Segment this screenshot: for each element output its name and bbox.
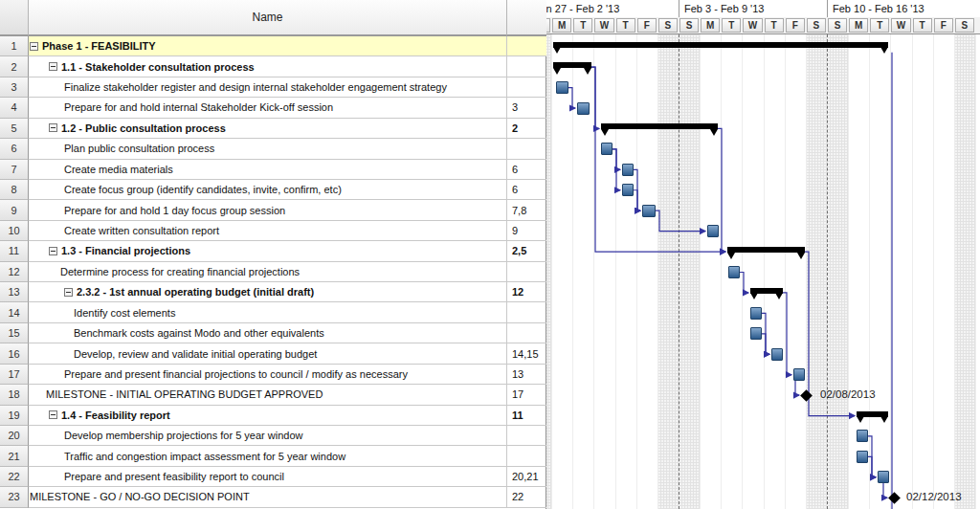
collapse-icon[interactable] [30, 42, 38, 51]
task-bar[interactable] [577, 102, 590, 115]
summary-bar[interactable] [601, 123, 718, 129]
predecessor-cell[interactable] [507, 323, 546, 343]
collapse-icon[interactable] [49, 123, 57, 132]
predecessor-cell[interactable]: 20,21 [507, 467, 546, 487]
row-number[interactable]: 11 [0, 241, 29, 261]
row-number[interactable]: 1 [0, 36, 29, 56]
task-name-cell[interactable]: 1.4 - Feasibility report [29, 406, 507, 426]
row-number[interactable]: 20 [0, 426, 29, 446]
task-name-cell[interactable]: 1.1 - Stakeholder consultation process [29, 56, 507, 77]
table-row[interactable]: 6Plan public consultation process [0, 139, 546, 159]
row-number[interactable]: 12 [0, 262, 29, 282]
task-name-cell[interactable]: Identify cost elements [29, 302, 507, 322]
table-row[interactable]: 4Prepare for and hold internal Stakehold… [0, 98, 546, 118]
task-bar[interactable] [857, 430, 868, 442]
task-bar[interactable] [750, 307, 762, 320]
table-row[interactable]: 15Benchmark costs against Modo and other… [0, 323, 546, 343]
table-row[interactable]: 7Create media materials6 [0, 160, 546, 180]
predecessor-cell[interactable] [507, 446, 546, 466]
table-row[interactable]: 20Develop membership projections for 5 y… [0, 426, 546, 446]
task-name-cell[interactable]: Finalize stakeholder register and design… [29, 77, 507, 98]
table-row[interactable]: 16Develop, review and validate initial o… [0, 343, 546, 364]
predecessor-cell[interactable]: 2 [507, 119, 546, 139]
table-row[interactable]: 23MILESTONE - GO / NO-GO DECISION POINT2… [0, 487, 546, 507]
row-number[interactable]: 8 [0, 180, 29, 200]
task-bar[interactable] [707, 225, 719, 237]
table-row[interactable]: 21.1 - Stakeholder consultation process [0, 56, 546, 77]
predecessor-cell[interactable] [507, 302, 546, 322]
task-name-cell[interactable]: Prepare for and hold 1 day focus group s… [29, 200, 507, 220]
row-number[interactable]: 13 [0, 282, 29, 302]
predecessor-cell[interactable]: 6 [507, 180, 546, 200]
table-row[interactable]: 51.2 - Public consultation process2 [0, 119, 546, 139]
row-number[interactable]: 4 [0, 98, 29, 118]
predecessor-cell[interactable]: 14,15 [507, 343, 546, 364]
row-number[interactable]: 6 [0, 139, 29, 159]
table-row[interactable]: 132.3.2 - 1st annual operating budget (i… [0, 282, 546, 302]
collapse-icon[interactable] [64, 288, 73, 297]
predecessor-cell[interactable]: 12 [507, 282, 546, 302]
row-number[interactable]: 3 [0, 77, 29, 98]
table-row[interactable]: 12Determine process for creating financi… [0, 262, 546, 282]
task-bar[interactable] [556, 81, 568, 94]
task-name-cell[interactable]: Determine process for creating financial… [29, 262, 507, 282]
task-bar[interactable] [728, 266, 740, 278]
predecessor-cell[interactable]: 7,8 [507, 200, 546, 220]
task-name-cell[interactable]: Create written consultation report [29, 221, 507, 241]
summary-bar[interactable] [553, 42, 888, 48]
predecessor-cell[interactable] [507, 36, 546, 56]
task-name-cell[interactable]: Develop, review and validate initial ope… [29, 343, 507, 364]
task-name-cell[interactable]: Create focus group (identify candidates,… [29, 180, 507, 200]
task-bar[interactable] [750, 327, 762, 340]
predecessor-cell[interactable] [507, 56, 546, 77]
task-bar[interactable] [601, 143, 612, 155]
collapse-icon[interactable] [49, 247, 57, 255]
predecessor-cell[interactable]: 13 [507, 365, 546, 385]
task-bar[interactable] [857, 451, 868, 463]
row-number[interactable]: 22 [0, 467, 29, 487]
table-row[interactable]: 21Traffic and congestion impact assessme… [0, 446, 546, 466]
table-row[interactable]: 14Identify cost elements [0, 302, 546, 322]
task-bar[interactable] [878, 471, 889, 483]
predecessor-cell[interactable] [507, 139, 546, 159]
predecessor-cell[interactable]: 22 [507, 487, 546, 507]
table-row[interactable]: 191.4 - Feasibility report11 [0, 406, 546, 426]
table-row[interactable]: 3Finalize stakeholder register and desig… [0, 77, 546, 98]
task-bar[interactable] [622, 164, 634, 176]
collapse-icon[interactable] [49, 410, 57, 419]
task-name-cell[interactable]: Prepare for and hold internal Stakeholde… [29, 98, 507, 118]
row-number[interactable]: 5 [0, 119, 29, 139]
summary-bar[interactable] [727, 247, 805, 253]
task-name-cell[interactable]: 2.3.2 - 1st annual operating budget (ini… [29, 282, 507, 302]
table-row[interactable]: 1Phase 1 - FEASIBILITY [0, 36, 546, 56]
predecessor-cell[interactable] [507, 77, 546, 98]
row-number[interactable]: 10 [0, 221, 29, 241]
table-row[interactable]: 10Create written consultation report9 [0, 221, 546, 241]
predecessor-cell[interactable]: 6 [507, 160, 546, 180]
task-name-cell[interactable]: Traffic and congestion impact assessment… [29, 446, 507, 466]
task-bar[interactable] [771, 348, 783, 361]
predecessor-cell[interactable]: 3 [507, 98, 546, 118]
predecessor-cell[interactable]: 9 [507, 221, 546, 241]
task-name-cell[interactable]: 1.2 - Public consultation process [29, 119, 507, 139]
table-row[interactable]: 22Prepare and present feasibility report… [0, 467, 546, 487]
task-bar[interactable] [622, 184, 634, 196]
table-row[interactable]: 8Create focus group (identify candidates… [0, 180, 546, 200]
task-bar[interactable] [642, 205, 656, 217]
row-number[interactable]: 19 [0, 406, 29, 426]
predecessor-cell[interactable] [507, 426, 546, 446]
task-name-cell[interactable]: Develop membership projections for 5 yea… [29, 426, 507, 446]
task-name-cell[interactable]: Plan public consultation process [29, 139, 507, 159]
row-number[interactable]: 15 [0, 323, 29, 343]
row-number[interactable]: 17 [0, 365, 29, 385]
task-name-cell[interactable]: Phase 1 - FEASIBILITY [29, 36, 507, 56]
row-number[interactable]: 7 [0, 160, 29, 180]
task-name-cell[interactable]: Prepare and present financial projection… [29, 365, 507, 385]
row-number[interactable]: 21 [0, 446, 29, 466]
table-row[interactable]: 9Prepare for and hold 1 day focus group … [0, 200, 546, 220]
row-number[interactable]: 23 [0, 487, 29, 507]
task-name-cell[interactable]: Benchmark costs against Modo and other e… [29, 323, 507, 343]
predecessor-cell[interactable]: 17 [507, 385, 546, 405]
collapse-icon[interactable] [49, 62, 57, 71]
row-number[interactable]: 16 [0, 343, 29, 364]
